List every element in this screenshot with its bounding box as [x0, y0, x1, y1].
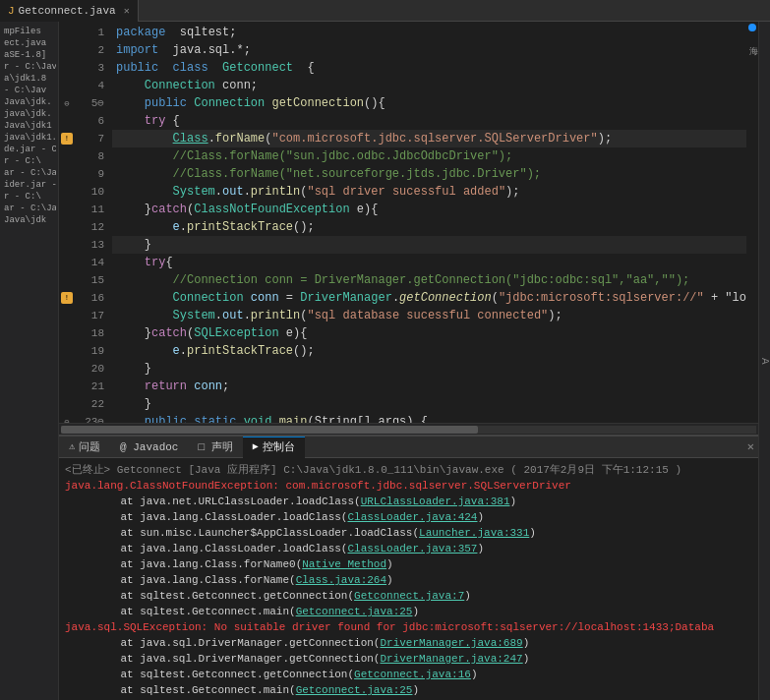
ln-19: 19 — [75, 342, 104, 360]
sidebar-item[interactable]: java\jdk. — [2, 108, 56, 120]
console-at-line-9: at java.sql.DriverManager.getConnection(… — [65, 635, 752, 651]
sidebar-item[interactable]: Java\jdk1 — [2, 120, 56, 132]
code-line-22: } — [112, 395, 746, 413]
gutter-line-11 — [59, 201, 75, 218]
console-link-9[interactable]: DriverManager.java:689 — [380, 637, 522, 649]
ln-5: 5⊖ — [75, 94, 104, 112]
tab-getconnect[interactable]: J Getconnect.java ✕ — [0, 0, 139, 22]
sidebar-item[interactable]: de.jar - C — [2, 144, 56, 155]
console-link-7[interactable]: Getconnect.java:7 — [354, 590, 464, 602]
sidebar-item[interactable]: ider.jar - — [2, 179, 56, 191]
sidebar-item[interactable]: r - C:\ — [2, 191, 56, 203]
console-at-line-11: at sqltest.Getconnect.getConnection(Getc… — [65, 667, 752, 682]
tab-declaration[interactable]: □ 声明 — [188, 437, 242, 458]
console-at-line-7: at sqltest.Getconnect.getConnection(Getc… — [65, 588, 752, 604]
tab-javadoc[interactable]: @ Javadoc — [110, 437, 188, 458]
gutter-line-19 — [59, 342, 75, 360]
code-view[interactable]: ⊖ ! ! ⊖ 1 — [59, 22, 758, 423]
ln-11: 11 — [75, 201, 104, 218]
gutter-line-22 — [59, 395, 75, 413]
sidebar-file-list: mpFiles ect.java aSE-1.8] r - C:\Jav a\j… — [0, 22, 58, 230]
ln-2: 2 — [75, 41, 104, 59]
code-line-20: } — [112, 360, 746, 378]
sidebar-item[interactable]: aSE-1.8] — [2, 49, 56, 61]
ln-14: 14 — [75, 254, 104, 271]
code-scrollbar[interactable] — [59, 423, 758, 435]
sidebar-item[interactable]: - C:\Jav — [2, 85, 56, 96]
gutter-line-18 — [59, 324, 75, 342]
main-area: mpFiles ect.java aSE-1.8] r - C:\Jav a\j… — [0, 22, 770, 700]
code-line-7: Class.forName("com.microsoft.jdbc.sqlser… — [112, 130, 746, 147]
sidebar-item[interactable]: r - C:\Jav — [2, 61, 56, 73]
ln-17: 17 — [75, 307, 104, 324]
console-link-1[interactable]: URLClassLoader.java:381 — [361, 496, 510, 507]
java-file-icon: J — [8, 5, 15, 17]
console-link-2[interactable]: ClassLoader.java:424 — [347, 511, 477, 523]
console-at-line-8: at sqltest.Getconnect.main(Getconnect.ja… — [65, 604, 752, 619]
ln-22: 22 — [75, 395, 104, 413]
code-content[interactable]: package sqltest; import java.sql.*; publ… — [112, 22, 746, 423]
code-line-11: }catch(ClassNotFoundException e){ — [112, 201, 746, 218]
gutter-line-13 — [59, 236, 75, 254]
ln-20: 20 — [75, 360, 104, 378]
gutter-line-21 — [59, 378, 75, 395]
ln-6: 6 — [75, 112, 104, 130]
sidebar-item[interactable]: mpFiles — [2, 26, 56, 37]
console-link-5[interactable]: Native Method — [302, 558, 386, 570]
scrollbar-track[interactable] — [61, 426, 756, 434]
sidebar-item[interactable]: ect.java — [2, 37, 56, 49]
console-exception-line-1: java.lang.ClassNotFoundException: com.mi… — [65, 478, 752, 494]
tab-problems[interactable]: ⚠ 问题 — [59, 437, 110, 458]
sidebar-item[interactable]: Java\jdk. — [2, 96, 56, 108]
tab-console[interactable]: ▶ 控制台 — [243, 437, 305, 458]
gutter-warn-icon-16: ! — [61, 292, 73, 304]
gutter-line-10 — [59, 183, 75, 201]
ln-16: 16 — [75, 289, 104, 307]
scrollbar-thumb[interactable] — [61, 426, 478, 434]
console-link-12[interactable]: Getconnect.java:25 — [296, 684, 413, 696]
gutter-line-23: ⊖ — [59, 413, 75, 423]
code-line-4: Connection conn; — [112, 77, 746, 94]
sidebar-item[interactable]: r - C:\ — [2, 155, 56, 167]
console-link-3[interactable]: Launcher.java:331 — [419, 527, 529, 539]
code-line-21: return conn; — [112, 378, 746, 395]
console-at-line-5: at java.lang.Class.forName0(Native Metho… — [65, 556, 752, 572]
panel-content[interactable]: <已终止> Getconnect [Java 应用程序] C:\Java\jdk… — [59, 458, 758, 700]
gutter-area: ⊖ ! ! ⊖ — [59, 22, 75, 423]
ln-13: 13 — [75, 236, 104, 254]
console-link-4[interactable]: ClassLoader.java:357 — [347, 543, 477, 554]
gutter-line-5: ⊖ — [59, 94, 75, 112]
gutter-line-8 — [59, 147, 75, 165]
sidebar-item[interactable]: java\jdk1. — [2, 132, 56, 144]
gutter-line-1 — [59, 24, 75, 41]
sidebar-item[interactable]: ar - C:\Ja — [2, 203, 56, 214]
console-link-11[interactable]: Getconnect.java:16 — [354, 669, 471, 680]
panel-close-button[interactable]: ✕ — [747, 439, 754, 454]
ln-9: 9 — [75, 165, 104, 183]
ln-1: 1 — [75, 24, 104, 41]
gutter-line-6 — [59, 112, 75, 130]
gutter-line-2 — [59, 41, 75, 59]
gutter-line-15 — [59, 271, 75, 289]
right-side-label: A — [759, 358, 771, 365]
editor-area: ⊖ ! ! ⊖ 1 — [59, 22, 758, 700]
code-line-16: Connection conn = DriverManager.getConne… — [112, 289, 746, 307]
tab-close-button[interactable]: ✕ — [124, 5, 130, 17]
console-link-10[interactable]: DriverManager.java:247 — [380, 653, 522, 665]
console-completed-line: <已终止> Getconnect [Java 应用程序] C:\Java\jdk… — [65, 462, 752, 478]
sidebar-item[interactable]: a\jdk1.8 — [2, 73, 56, 85]
code-line-23: public static void main(String[] args) { — [112, 413, 746, 423]
console-link-6[interactable]: Class.java:264 — [296, 574, 386, 586]
code-line-2: import java.sql.*; — [112, 41, 746, 59]
right-side-panel: A — [758, 22, 770, 700]
code-line-15: //Connection conn = DriverManager.getCon… — [112, 271, 746, 289]
ln-4: 4 — [75, 77, 104, 94]
code-line-17: System.out.println("sql database sucessf… — [112, 307, 746, 324]
console-link-8[interactable]: Getconnect.java:25 — [296, 606, 413, 617]
bottom-panel: ⚠ 问题 @ Javadoc □ 声明 ▶ 控制台 ✕ <已终止> Getcon… — [59, 435, 758, 700]
problems-icon: ⚠ — [69, 437, 75, 458]
console-at-line-12: at sqltest.Getconnect.main(Getconnect.ja… — [65, 682, 752, 698]
sidebar-item[interactable]: ar - C:\Ja — [2, 167, 56, 179]
ln-8: 8 — [75, 147, 104, 165]
sidebar-item[interactable]: Java\jdk — [2, 214, 56, 226]
